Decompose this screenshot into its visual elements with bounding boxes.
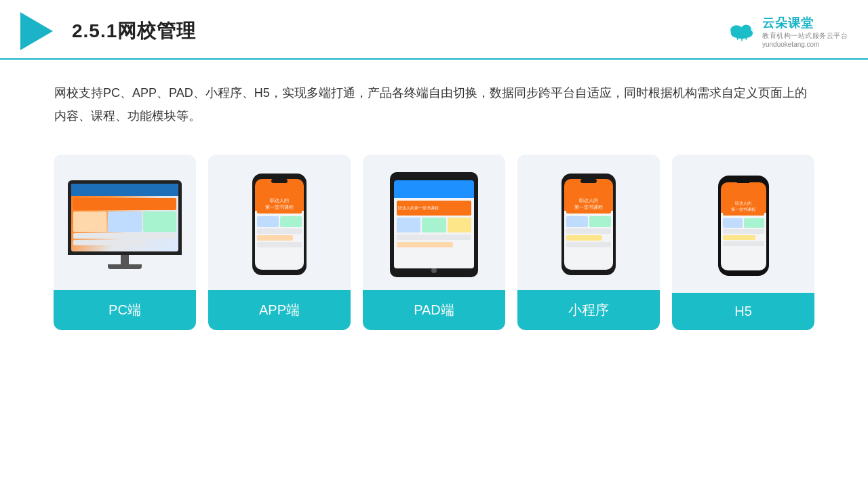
card-label-miniapp: 小程序 xyxy=(517,290,660,330)
brand-name: 云朵课堂 xyxy=(762,15,848,31)
logo-triangle-icon xyxy=(20,12,53,50)
card-label-h5: H5 xyxy=(672,293,814,330)
brand-tagline: 教育机构一站式服务云平台 xyxy=(762,31,848,41)
svg-point-4 xyxy=(730,25,743,35)
card-image-pc xyxy=(54,155,196,290)
card-h5: 职达人的第一堂书课程 H5 xyxy=(672,155,814,330)
phone-app-icon: 职达人的第一堂书课程 xyxy=(252,174,307,275)
card-pad: 职达人的第一堂书课程 PAD端 xyxy=(363,155,505,330)
page-title: 2.5.1网校管理 xyxy=(72,18,196,44)
card-label-app: APP端 xyxy=(208,290,351,330)
card-image-miniapp: 职达人的第一堂书课程 xyxy=(517,155,660,290)
card-label-pad: PAD端 xyxy=(363,290,505,330)
card-label-pc: PC端 xyxy=(54,290,196,330)
brand-url: yunduoketang.com xyxy=(762,41,848,48)
header: 2.5.1网校管理 云朵课堂 教育机构一站式服务云平台 yunduoketang… xyxy=(0,0,868,60)
description-text: 网校支持PC、APP、PAD、小程序、H5，实现多端打通，产品各终端自由切换，数… xyxy=(0,60,868,141)
card-image-app: 职达人的第一堂书课程 xyxy=(208,155,351,290)
cards-container: PC端 职达人的第一堂书课程 xyxy=(0,141,868,344)
svg-point-5 xyxy=(741,24,751,33)
brand-logo: 云朵课堂 教育机构一站式服务云平台 yunduoketang.com xyxy=(726,15,848,48)
phone-miniapp-icon: 职达人的第一堂书课程 xyxy=(561,174,616,275)
header-right: 云朵课堂 教育机构一站式服务云平台 yunduoketang.com xyxy=(726,15,848,48)
brand-text-container: 云朵课堂 教育机构一站式服务云平台 yunduoketang.com xyxy=(762,15,848,48)
card-image-h5: 职达人的第一堂书课程 xyxy=(672,155,814,293)
card-app: 职达人的第一堂书课程 APP端 xyxy=(208,155,351,330)
header-left: 2.5.1网校管理 xyxy=(20,12,196,50)
phone-h5-icon: 职达人的第一堂书课程 xyxy=(718,176,769,276)
pc-monitor-icon xyxy=(68,180,182,269)
card-image-pad: 职达人的第一堂书课程 xyxy=(363,155,505,290)
tablet-pad-icon: 职达人的第一堂书课程 xyxy=(390,172,478,277)
card-miniapp: 职达人的第一堂书课程 小程序 xyxy=(517,155,660,330)
card-pc: PC端 xyxy=(54,155,196,330)
cloud-icon xyxy=(726,20,758,42)
